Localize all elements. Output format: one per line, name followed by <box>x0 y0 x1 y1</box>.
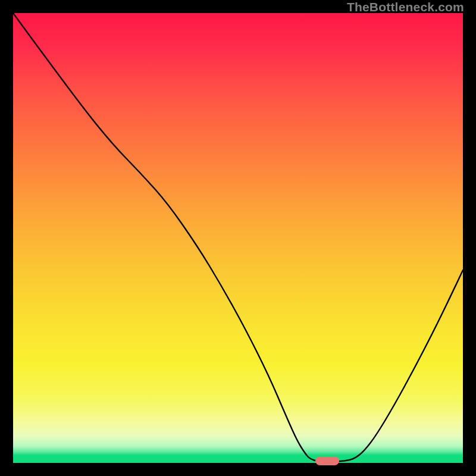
bottleneck-curve <box>13 13 463 463</box>
chart-plot-area <box>13 13 463 463</box>
attribution-watermark: TheBottleneck.com <box>347 0 464 14</box>
plot-area <box>13 13 463 463</box>
optimal-marker <box>315 456 339 465</box>
